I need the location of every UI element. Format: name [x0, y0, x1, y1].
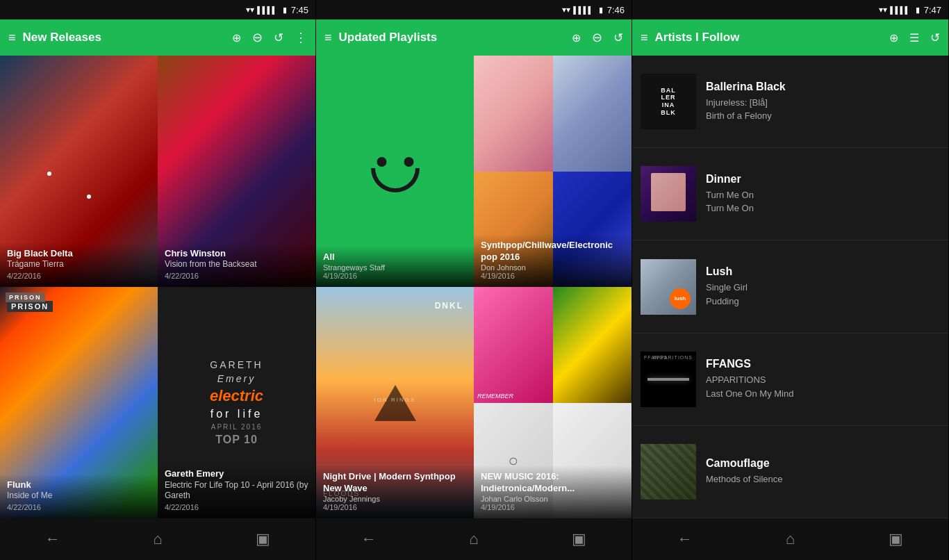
- album-cell-1[interactable]: Big Black Delta Trágame Tierra 4/22/2016: [0, 56, 158, 287]
- status-bar-2: ▾▾ ▌▌▌▌ ▮ 7:46: [316, 0, 632, 19]
- hamburger-icon-1[interactable]: ≡: [8, 31, 16, 45]
- dnkl-label: DNKL: [435, 301, 463, 311]
- add-icon-2[interactable]: ⊕: [572, 31, 581, 44]
- bal-text: BALLERINABLK: [657, 83, 679, 120]
- status-time-3: 7:47: [924, 5, 941, 15]
- synthpop-q2: [553, 56, 632, 172]
- refresh-icon-2[interactable]: ↺: [613, 31, 623, 45]
- recent-button-3[interactable]: ▣: [875, 525, 916, 553]
- nav-bar-2: ← ⌂ ▣: [316, 518, 632, 560]
- artist-album1-r3: Single Girl: [706, 281, 940, 295]
- april-label: APRIL 2016: [211, 423, 263, 431]
- playlist-info-2: Synthpop/Chillwave/Electronic pop 2016 D…: [474, 234, 632, 287]
- artist-info-5: Camouflage Methods of Silence: [706, 457, 940, 486]
- artist-info-1: Ballerina Black Injureless: [Blå] Birth …: [706, 81, 940, 123]
- recent-button-2[interactable]: ▣: [558, 525, 600, 553]
- pl-author-1: Strangeways Staff: [323, 263, 467, 272]
- album-date-4: 4/22/2016: [165, 503, 308, 511]
- artist-name-r1: Ballerina Black: [706, 81, 940, 93]
- artist-name-r5: Camouflage: [706, 457, 940, 470]
- album-cell-2[interactable]: Chris Winston Vision from the Backseat 4…: [158, 56, 315, 287]
- pl-name-4: NEW MUSIC 2016: Indietronica/Modern...: [481, 471, 625, 495]
- artist-info-2: Dinner Turn Me On Turn Me On: [706, 173, 940, 215]
- toolbar-3: ≡ Artists I Follow ⊕ ☰ ↺: [632, 19, 948, 56]
- playlist-cell-3[interactable]: DNKL ION RINGS Night Drive | Modern Synt…: [316, 287, 474, 518]
- updated-playlists-panel: ▾▾ ▌▌▌▌ ▮ 7:46 ≡ Updated Playlists ⊕ ⊖ ↺: [316, 0, 632, 560]
- pl-author-2: Don Johnson: [481, 263, 625, 272]
- status-icons-1: ▾▾ ▌▌▌▌ ▮: [246, 5, 286, 15]
- album-cell-3[interactable]: PRISON Flunk Inside of Me 4/22/2016: [0, 287, 158, 518]
- more-icon-1[interactable]: ⋮: [295, 30, 307, 45]
- refresh-icon-3[interactable]: ↺: [930, 31, 940, 45]
- new-releases-panel: ▾▾ ▌▌▌▌ ▮ 7:45 ≡ New Releases ⊕ ⊖ ↺ ⋮ Bi…: [0, 0, 316, 560]
- artist-name-4: Gareth Emery: [165, 468, 308, 480]
- album-info-2: Chris Winston Vision from the Backseat 4…: [158, 242, 315, 287]
- artist-name-r2: Dinner: [706, 173, 940, 186]
- status-time-2: 7:46: [607, 5, 625, 15]
- home-button-1[interactable]: ⌂: [137, 525, 179, 553]
- refresh-icon-1[interactable]: ↺: [274, 31, 283, 45]
- home-button-3[interactable]: ⌂: [769, 525, 811, 553]
- status-time-1: 7:45: [291, 5, 308, 15]
- smiley-graphic: [347, 123, 444, 220]
- album-date-3: 4/22/2016: [7, 503, 151, 511]
- artist-album2-r3: Pudding: [706, 295, 940, 308]
- status-bar-1: ▾▾ ▌▌▌▌ ▮ 7:45: [0, 0, 315, 19]
- add-icon-3[interactable]: ⊕: [889, 31, 898, 44]
- prison-label: PRISON: [6, 293, 45, 302]
- artist-album1-r4: APPARITIONS: [706, 373, 940, 387]
- toolbar-actions-2: ⊕ ⊖ ↺: [572, 30, 623, 45]
- signal-icon-2: ▌▌▌▌: [573, 6, 593, 14]
- hamburger-icon-2[interactable]: ≡: [324, 31, 332, 45]
- artist-row-1[interactable]: BALLERINABLK Ballerina Black Injureless:…: [632, 56, 948, 148]
- hamburger-icon-3[interactable]: ≡: [641, 31, 648, 45]
- synthpop-q1: [474, 56, 553, 172]
- artists-follow-panel: ▾▾ ▌▌▌▌ ▮ 7:47 ≡ Artists I Follow ⊕ ☰ ↺ …: [632, 0, 949, 560]
- artist-row-2[interactable]: Dinner Turn Me On Turn Me On: [632, 148, 948, 240]
- pl-name-2: Synthpop/Chillwave/Electronic pop 2016: [481, 240, 625, 263]
- toolbar-1: ≡ New Releases ⊕ ⊖ ↺ ⋮: [0, 19, 315, 56]
- album-info-4: Gareth Emery Electric For Life Top 10 - …: [158, 463, 315, 518]
- playlist-cell-1[interactable]: All Strangeways Staff 4/19/2016: [316, 56, 474, 287]
- artist-thumb-3: lush: [641, 259, 696, 315]
- artist-album1-r2: Turn Me On: [706, 188, 940, 202]
- nav-bar-1: ← ⌂ ▣: [0, 518, 315, 560]
- pl-author-4: Johan Carlo Olsson: [481, 495, 625, 503]
- album-cell-4[interactable]: GARETH Emery electric for life APRIL 201…: [158, 287, 315, 518]
- playlist-cell-2[interactable]: Synthpop/Chillwave/Electronic pop 2016 D…: [474, 56, 632, 287]
- home-button-2[interactable]: ⌂: [453, 525, 495, 553]
- status-bar-3: ▾▾ ▌▌▌▌ ▮ 7:47: [632, 0, 948, 19]
- artist-album1-r1: Injureless: [Blå]: [706, 96, 940, 110]
- back-button-3[interactable]: ←: [664, 525, 706, 553]
- artist-album1-r5: Methods of Silence: [706, 472, 940, 486]
- status-icons-3: ▾▾ ▌▌▌▌ ▮: [879, 5, 919, 15]
- artist-name-r3: Lush: [706, 265, 940, 278]
- minus-icon-1[interactable]: ⊖: [252, 30, 263, 45]
- add-playlist-icon-1[interactable]: ⊕: [232, 31, 241, 44]
- back-button-1[interactable]: ←: [32, 525, 74, 553]
- ion-rings-label: ION RINGS: [374, 397, 416, 403]
- playlist-info-1: All Strangeways Staff 4/19/2016: [316, 246, 474, 287]
- artists-list: BALLERINABLK Ballerina Black Injureless:…: [632, 56, 948, 518]
- artist-name-1: Big Black Delta: [7, 248, 151, 260]
- pl-date-3: 4/19/2016: [323, 503, 467, 511]
- back-button-2[interactable]: ←: [348, 525, 390, 553]
- toolbar-2: ≡ Updated Playlists ⊕ ⊖ ↺: [316, 19, 632, 56]
- album-date-2: 4/22/2016: [165, 272, 308, 280]
- wifi-icon-2: ▾▾: [562, 5, 570, 15]
- signal-icon: ▌▌▌▌: [257, 6, 277, 14]
- recent-button-1[interactable]: ▣: [242, 525, 283, 553]
- minus-icon-2[interactable]: ⊖: [592, 30, 602, 45]
- playlist-info-3: Night Drive | Modern Synthpop New Wave J…: [316, 466, 474, 518]
- playlist-grid: All Strangeways Staff 4/19/2016 Synthpop…: [316, 56, 632, 518]
- artist-row-5[interactable]: Camouflage Methods of Silence: [632, 426, 948, 518]
- artist-row-4[interactable]: FFANGS APPARITIONS FFANGS APPARITIONS La…: [632, 333, 948, 426]
- forlife-label: for life: [211, 408, 263, 420]
- triangle-logo: [374, 385, 416, 421]
- list-icon-3[interactable]: ☰: [909, 31, 919, 44]
- wifi-icon: ▾▾: [246, 5, 254, 15]
- signal-icon-3: ▌▌▌▌: [890, 6, 909, 14]
- artist-row-3[interactable]: lush Lush Single Girl Pudding: [632, 240, 948, 333]
- pl-date-1: 4/19/2016: [323, 272, 467, 280]
- playlist-cell-4[interactable]: REMEMBER ○ NEW MUSIC 2016: Indietronica/…: [474, 287, 632, 518]
